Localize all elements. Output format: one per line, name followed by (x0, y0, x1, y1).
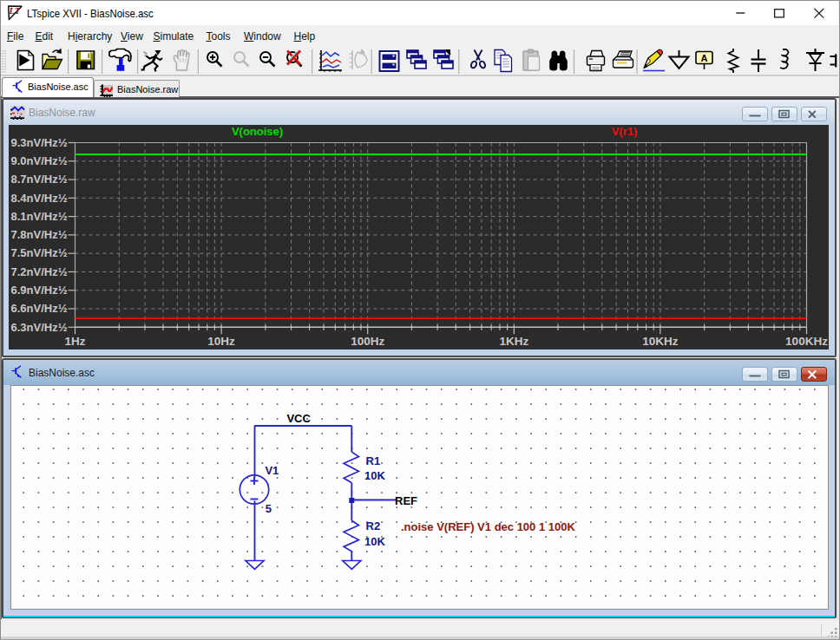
svg-text:R2: R2 (366, 519, 381, 532)
svg-text:8.4nV/Hz½: 8.4nV/Hz½ (10, 192, 67, 205)
svg-text:9.3nV/Hz½: 9.3nV/Hz½ (10, 136, 67, 149)
svg-text:LT: LT (9, 6, 21, 16)
svg-text:1Hz: 1Hz (64, 335, 85, 348)
svg-text:100Hz: 100Hz (351, 335, 384, 348)
svg-text:8.7nV/Hz½: 8.7nV/Hz½ (10, 173, 67, 186)
svg-text:9.0nV/Hz½: 9.0nV/Hz½ (10, 154, 67, 167)
svg-text:10Hz: 10Hz (207, 335, 235, 348)
svg-text:8.1nV/Hz½: 8.1nV/Hz½ (10, 210, 67, 223)
svg-text:10KHz: 10KHz (642, 335, 679, 348)
svg-text:6.3nV/Hz½: 6.3nV/Hz½ (10, 321, 67, 334)
svg-text:10K: 10K (364, 469, 385, 482)
svg-text:6.9nV/Hz½: 6.9nV/Hz½ (10, 284, 67, 297)
svg-text:7.8nV/Hz½: 7.8nV/Hz½ (10, 228, 67, 241)
svg-text:A: A (701, 53, 708, 63)
svg-text:6.6nV/Hz½: 6.6nV/Hz½ (10, 302, 67, 315)
svg-text:VCC: VCC (286, 412, 311, 425)
svg-text:V1: V1 (265, 464, 279, 477)
svg-text:100KHz: 100KHz (785, 335, 828, 348)
svg-text:7.5nV/Hz½: 7.5nV/Hz½ (10, 246, 67, 259)
svg-text:1KHz: 1KHz (499, 335, 528, 348)
svg-text:V(r1): V(r1) (612, 125, 638, 138)
svg-text:R1: R1 (366, 454, 381, 467)
svg-text:10K: 10K (364, 535, 385, 548)
svg-text:REF: REF (395, 494, 417, 507)
svg-text:5: 5 (266, 502, 272, 515)
svg-text:.noise V(REF) V1 dec 100 1 100: .noise V(REF) V1 dec 100 1 100K (401, 520, 575, 533)
svg-text:V(onoise): V(onoise) (232, 125, 283, 138)
svg-text:7.2nV/Hz½: 7.2nV/Hz½ (10, 265, 67, 278)
